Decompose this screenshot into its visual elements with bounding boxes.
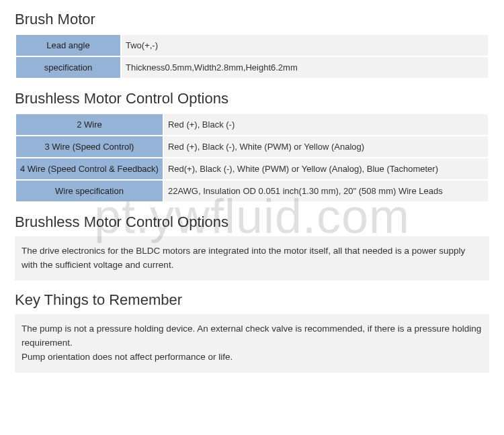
row-value: 22AWG, Insulation OD 0.051 inch(1.30 mm)… (164, 181, 488, 201)
note-line: The pump is not a pressure holding devic… (22, 324, 481, 348)
row-label: 3 Wire (Speed Control) (16, 136, 163, 157)
section-title-brushless-note: Brushless Motor Control Options (15, 213, 489, 231)
row-label: 2 Wire (16, 114, 163, 135)
table-row: 3 Wire (Speed Control) Red (+), Black (-… (16, 136, 488, 157)
table-row: Wire specification 22AWG, Insulation OD … (16, 181, 488, 201)
note-line: Pump orientation does not affect perform… (22, 352, 233, 362)
row-label: Wire specification (16, 181, 163, 201)
brushless-options-table: 2 Wire Red (+), Black (-) 3 Wire (Speed … (15, 113, 489, 203)
brushless-note: The drive electronics for the BLDC motor… (15, 236, 489, 281)
row-value: Red(+), Black (-), White (PWM) or Yellow… (164, 158, 488, 179)
key-things-note: The pump is not a pressure holding devic… (15, 314, 489, 373)
row-value: Two(+,-) (122, 35, 488, 56)
row-label: 4 Wire (Speed Control & Feedback) (16, 158, 163, 179)
row-label: Lead angle (16, 35, 120, 56)
table-row: 4 Wire (Speed Control & Feedback) Red(+)… (16, 158, 488, 179)
brush-motor-table: Lead angle Two(+,-) specification Thickn… (15, 34, 489, 79)
row-label: specification (16, 57, 120, 78)
section-title-brushless-options: Brushless Motor Control Options (15, 90, 489, 107)
table-row: 2 Wire Red (+), Black (-) (16, 114, 488, 135)
section-title-key-things: Key Things to Remember (15, 291, 489, 309)
row-value: Thickness0.5mm,Width2.8mm,Height6.2mm (122, 57, 488, 78)
table-row: specification Thickness0.5mm,Width2.8mm,… (16, 57, 488, 78)
row-value: Red (+), Black (-) (164, 114, 488, 135)
table-row: Lead angle Two(+,-) (16, 35, 488, 56)
row-value: Red (+), Black (-), White (PWM) or Yello… (164, 136, 488, 157)
section-title-brush-motor: Brush Motor (15, 11, 489, 28)
